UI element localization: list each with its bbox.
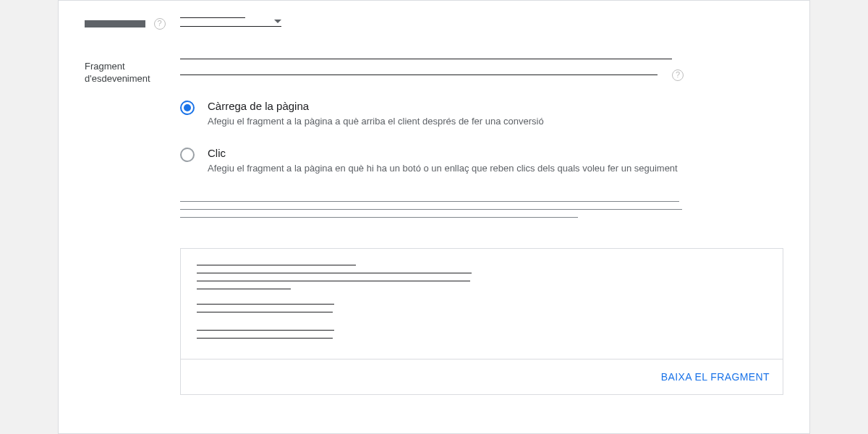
code-line [197, 312, 333, 312]
radio-button-click[interactable] [180, 148, 195, 162]
redacted-paragraph [180, 201, 783, 218]
radio-body-page-load: Càrrega de la pàgina Afegiu el fragment … [208, 100, 544, 128]
setting-row-redacted: ? [59, 15, 809, 43]
redacted-label-bar [85, 20, 145, 27]
radio-desc: Afegiu el fragment a la pàgina a què arr… [208, 115, 544, 128]
code-snippet-footer: BAIXA EL FRAGMENT [181, 359, 783, 394]
redacted-intro-line [180, 75, 658, 75]
code-line [197, 330, 334, 331]
help-icon[interactable]: ? [672, 69, 684, 81]
event-fragment-intro: ? [180, 59, 783, 81]
redacted-intro-line [180, 59, 672, 59]
setting-field-redacted [180, 15, 783, 27]
code-snippet-content [181, 249, 783, 359]
download-snippet-button[interactable]: BAIXA EL FRAGMENT [661, 371, 770, 383]
radio-button-page-load[interactable] [180, 101, 195, 115]
help-icon[interactable]: ? [154, 18, 166, 30]
radio-title: Càrrega de la pàgina [208, 100, 544, 112]
chevron-down-icon [274, 20, 281, 23]
code-line [197, 304, 334, 305]
radio-option-page-load[interactable]: Càrrega de la pàgina Afegiu el fragment … [180, 100, 783, 128]
radio-title: Clic [208, 147, 678, 159]
setting-row-event-fragment: Fragment d'esdeveniment ? Càrrega de la … [59, 43, 809, 238]
redacted-line [180, 201, 679, 202]
radio-body-click: Clic Afegiu el fragment a la pàgina en q… [208, 147, 678, 175]
radio-desc: Afegiu el fragment a la pàgina en què hi… [208, 162, 678, 175]
code-line [197, 338, 333, 339]
code-line [197, 289, 291, 289]
settings-card: ? Fragment d'esdeveniment ? [58, 0, 810, 434]
code-line [197, 281, 470, 281]
redacted-select-value [180, 17, 245, 25]
event-fragment-label-text: Fragment d'esdeveniment [85, 61, 150, 85]
code-line [197, 265, 356, 265]
redacted-line [180, 209, 682, 210]
radio-option-click[interactable]: Clic Afegiu el fragment a la pàgina en q… [180, 147, 783, 175]
redacted-select[interactable] [180, 17, 281, 27]
card-body: ? Fragment d'esdeveniment ? [59, 1, 809, 395]
setting-label-redacted: ? [85, 15, 180, 30]
event-fragment-body: ? Càrrega de la pàgina Afegiu el fragmen… [180, 59, 783, 225]
redacted-line [180, 217, 578, 218]
code-snippet-box: BAIXA EL FRAGMENT [180, 248, 783, 395]
code-line [197, 273, 472, 273]
event-fragment-label: Fragment d'esdeveniment [85, 59, 180, 85]
